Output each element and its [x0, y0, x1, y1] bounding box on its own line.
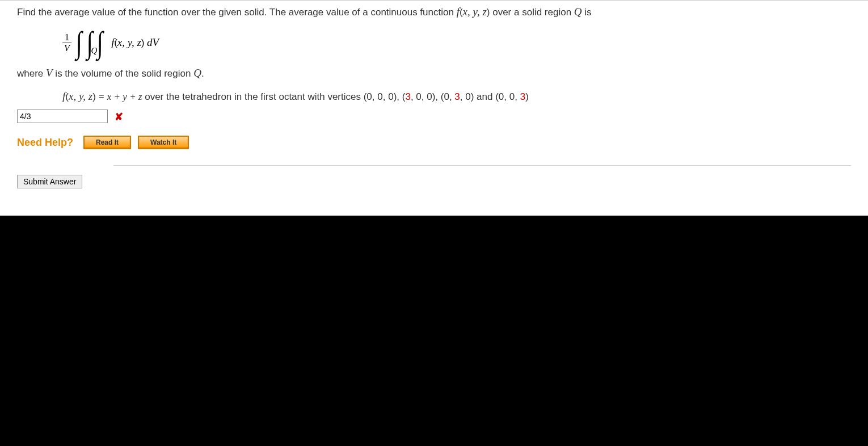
question-content: Find the average value of the function o… [0, 0, 868, 216]
formula: 1 V ∫ ∫Q ∫ f(x, y, z) dV [62, 27, 851, 58]
where-line: where V is the volume of the solid regio… [17, 65, 851, 82]
intro-Q: Q [574, 6, 582, 18]
fraction-num: 1 [62, 32, 71, 43]
footer-black-area [0, 216, 868, 446]
fn-rhs: = x + y + z [96, 91, 142, 102]
function-definition: f(x, y, z) = x + y + z over the tetrahed… [62, 88, 851, 105]
need-help-label: Need Help? [17, 137, 73, 149]
intro-is: is [582, 7, 592, 18]
read-it-button[interactable]: Read It [83, 136, 131, 149]
intro-args: (x, y, z) [460, 7, 490, 18]
watch-it-button[interactable]: Watch It [138, 136, 189, 149]
vertex-1: 3 [405, 91, 410, 102]
answer-input[interactable] [17, 110, 108, 123]
vertex-2: 3 [454, 91, 460, 102]
fn-text3: , 0) and (0, 0, [460, 91, 520, 102]
integrand-args: (x, y, z) [114, 38, 144, 48]
fn-text4: ) [525, 91, 529, 102]
integrand-dv: dV [144, 36, 159, 48]
where-period: . [201, 68, 204, 79]
where-V: V [46, 67, 53, 79]
where-Q: Q [193, 67, 201, 79]
fn-text2: , 0, 0), (0, [411, 91, 454, 102]
answer-row: ✘ [17, 105, 851, 123]
intro-suffix: over a solid region [490, 7, 574, 18]
integral-3: ∫ [96, 27, 104, 58]
integrand: f(x, y, z) dV [111, 36, 159, 49]
vertex-3: 3 [520, 91, 525, 102]
incorrect-icon: ✘ [115, 111, 123, 123]
fraction-one-over-v: 1 V [62, 32, 71, 53]
fn-text1: over the tetrahedron in the first octant… [142, 91, 405, 102]
help-row: Need Help? Read It Watch It [17, 136, 851, 149]
intro-text: Find the average value of the function o… [17, 7, 457, 18]
problem-intro: Find the average value of the function o… [17, 3, 851, 20]
integral-1: ∫ [75, 27, 83, 58]
submit-answer-button[interactable]: Submit Answer [17, 175, 82, 188]
divider [113, 165, 851, 166]
where-mid: is the volume of the solid region [53, 68, 194, 79]
where-prefix: where [17, 68, 46, 79]
integral-2: ∫Q [86, 27, 94, 58]
fraction-den: V [62, 43, 71, 53]
fn-args: (x, y, z) [65, 91, 96, 102]
